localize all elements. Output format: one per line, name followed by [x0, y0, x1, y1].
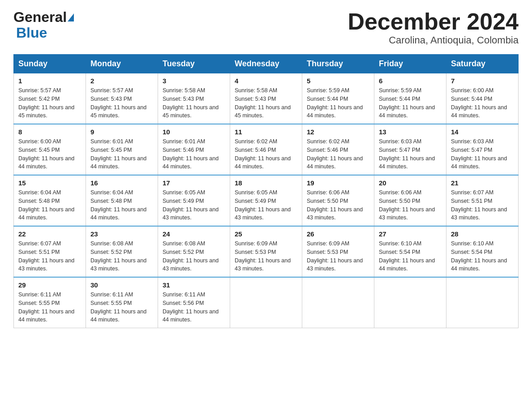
calendar-week-2: 8 Sunrise: 6:00 AMSunset: 5:45 PMDayligh… — [14, 124, 519, 175]
table-row: 18 Sunrise: 6:05 AMSunset: 5:49 PMDaylig… — [230, 175, 302, 226]
day-number: 24 — [163, 230, 225, 238]
calendar-table: Sunday Monday Tuesday Wednesday Thursday… — [13, 54, 519, 328]
day-number: 2 — [90, 77, 153, 85]
col-sunday: Sunday — [14, 55, 86, 73]
table-row: 4 Sunrise: 5:58 AMSunset: 5:43 PMDayligh… — [230, 73, 302, 124]
day-info: Sunrise: 6:09 AMSunset: 5:53 PMDaylight:… — [235, 240, 297, 273]
calendar-week-4: 22 Sunrise: 6:07 AMSunset: 5:51 PMDaylig… — [14, 226, 519, 277]
day-info: Sunrise: 6:03 AMSunset: 5:47 PMDaylight:… — [451, 137, 514, 171]
table-row: 26 Sunrise: 6:09 AMSunset: 5:53 PMDaylig… — [302, 226, 374, 277]
day-info: Sunrise: 6:10 AMSunset: 5:54 PMDaylight:… — [379, 240, 442, 273]
col-friday: Friday — [374, 55, 446, 73]
day-number: 11 — [235, 128, 297, 136]
day-info: Sunrise: 5:58 AMSunset: 5:43 PMDaylight:… — [235, 86, 297, 120]
table-row: 2 Sunrise: 5:57 AMSunset: 5:43 PMDayligh… — [86, 73, 158, 124]
logo: General Blue — [13, 9, 74, 41]
col-saturday: Saturday — [446, 55, 519, 73]
table-row: 11 Sunrise: 6:02 AMSunset: 5:46 PMDaylig… — [230, 124, 302, 175]
day-info: Sunrise: 5:59 AMSunset: 5:44 PMDaylight:… — [379, 86, 442, 120]
table-row: 27 Sunrise: 6:10 AMSunset: 5:54 PMDaylig… — [374, 226, 446, 277]
day-number: 26 — [307, 230, 369, 238]
day-info: Sunrise: 6:04 AMSunset: 5:48 PMDaylight:… — [90, 188, 153, 222]
day-number: 3 — [163, 77, 225, 85]
day-info: Sunrise: 6:11 AMSunset: 5:55 PMDaylight:… — [90, 291, 153, 324]
page-header: General Blue December 2024 Carolina, Ant… — [13, 9, 519, 46]
day-number: 12 — [307, 128, 369, 136]
col-wednesday: Wednesday — [230, 55, 302, 73]
day-info: Sunrise: 6:00 AMSunset: 5:44 PMDaylight:… — [451, 86, 514, 120]
table-row: 12 Sunrise: 6:02 AMSunset: 5:46 PMDaylig… — [302, 124, 374, 175]
table-row — [374, 277, 446, 328]
day-info: Sunrise: 5:59 AMSunset: 5:44 PMDaylight:… — [307, 86, 369, 120]
table-row: 6 Sunrise: 5:59 AMSunset: 5:44 PMDayligh… — [374, 73, 446, 124]
title-block: December 2024 Carolina, Antioquia, Colom… — [348, 9, 519, 46]
table-row: 29 Sunrise: 6:11 AMSunset: 5:55 PMDaylig… — [14, 277, 86, 328]
table-row: 20 Sunrise: 6:06 AMSunset: 5:50 PMDaylig… — [374, 175, 446, 226]
day-info: Sunrise: 5:57 AMSunset: 5:43 PMDaylight:… — [90, 86, 153, 120]
day-number: 5 — [307, 77, 369, 85]
day-info: Sunrise: 6:04 AMSunset: 5:48 PMDaylight:… — [18, 188, 81, 222]
table-row: 5 Sunrise: 5:59 AMSunset: 5:44 PMDayligh… — [302, 73, 374, 124]
day-number: 16 — [90, 179, 153, 187]
day-info: Sunrise: 6:08 AMSunset: 5:52 PMDaylight:… — [90, 240, 153, 273]
day-info: Sunrise: 6:07 AMSunset: 5:51 PMDaylight:… — [451, 188, 514, 222]
table-row: 21 Sunrise: 6:07 AMSunset: 5:51 PMDaylig… — [446, 175, 519, 226]
day-number: 29 — [18, 281, 81, 289]
day-number: 27 — [379, 230, 442, 238]
table-row: 14 Sunrise: 6:03 AMSunset: 5:47 PMDaylig… — [446, 124, 519, 175]
location-subtitle: Carolina, Antioquia, Colombia — [348, 34, 519, 46]
logo-general-text: General — [13, 9, 67, 26]
day-info: Sunrise: 6:07 AMSunset: 5:51 PMDaylight:… — [18, 240, 81, 273]
table-row: 24 Sunrise: 6:08 AMSunset: 5:52 PMDaylig… — [158, 226, 230, 277]
table-row: 22 Sunrise: 6:07 AMSunset: 5:51 PMDaylig… — [14, 226, 86, 277]
logo-blue-text: Blue — [16, 25, 47, 41]
table-row — [302, 277, 374, 328]
day-info: Sunrise: 5:58 AMSunset: 5:43 PMDaylight:… — [163, 86, 225, 120]
day-number: 18 — [235, 179, 297, 187]
day-number: 25 — [235, 230, 297, 238]
day-info: Sunrise: 5:57 AMSunset: 5:42 PMDaylight:… — [18, 86, 81, 120]
day-number: 17 — [163, 179, 225, 187]
day-info: Sunrise: 6:11 AMSunset: 5:55 PMDaylight:… — [18, 291, 81, 324]
table-row: 17 Sunrise: 6:05 AMSunset: 5:49 PMDaylig… — [158, 175, 230, 226]
day-number: 9 — [90, 128, 153, 136]
day-info: Sunrise: 6:03 AMSunset: 5:47 PMDaylight:… — [379, 137, 442, 171]
table-row: 31 Sunrise: 6:11 AMSunset: 5:56 PMDaylig… — [158, 277, 230, 328]
day-info: Sunrise: 6:08 AMSunset: 5:52 PMDaylight:… — [163, 240, 225, 273]
table-row: 30 Sunrise: 6:11 AMSunset: 5:55 PMDaylig… — [86, 277, 158, 328]
day-number: 10 — [163, 128, 225, 136]
day-number: 21 — [451, 179, 514, 187]
day-number: 6 — [379, 77, 442, 85]
day-info: Sunrise: 6:05 AMSunset: 5:49 PMDaylight:… — [163, 188, 225, 222]
table-row: 8 Sunrise: 6:00 AMSunset: 5:45 PMDayligh… — [14, 124, 86, 175]
day-info: Sunrise: 6:00 AMSunset: 5:45 PMDaylight:… — [18, 137, 81, 171]
day-number: 4 — [235, 77, 297, 85]
calendar-week-3: 15 Sunrise: 6:04 AMSunset: 5:48 PMDaylig… — [14, 175, 519, 226]
table-row: 19 Sunrise: 6:06 AMSunset: 5:50 PMDaylig… — [302, 175, 374, 226]
day-number: 28 — [451, 230, 514, 238]
col-tuesday: Tuesday — [158, 55, 230, 73]
col-thursday: Thursday — [302, 55, 374, 73]
logo-arrow-icon — [68, 13, 74, 21]
table-row: 13 Sunrise: 6:03 AMSunset: 5:47 PMDaylig… — [374, 124, 446, 175]
day-info: Sunrise: 6:01 AMSunset: 5:46 PMDaylight:… — [163, 137, 225, 171]
day-number: 8 — [18, 128, 81, 136]
calendar-week-5: 29 Sunrise: 6:11 AMSunset: 5:55 PMDaylig… — [14, 277, 519, 328]
day-info: Sunrise: 6:09 AMSunset: 5:53 PMDaylight:… — [307, 240, 369, 273]
day-number: 22 — [18, 230, 81, 238]
table-row: 25 Sunrise: 6:09 AMSunset: 5:53 PMDaylig… — [230, 226, 302, 277]
day-info: Sunrise: 6:05 AMSunset: 5:49 PMDaylight:… — [235, 188, 297, 222]
day-number: 30 — [90, 281, 153, 289]
table-row: 23 Sunrise: 6:08 AMSunset: 5:52 PMDaylig… — [86, 226, 158, 277]
month-title: December 2024 — [348, 9, 519, 34]
day-number: 13 — [379, 128, 442, 136]
day-info: Sunrise: 6:06 AMSunset: 5:50 PMDaylight:… — [379, 188, 442, 222]
table-row — [446, 277, 519, 328]
table-row — [230, 277, 302, 328]
table-row: 1 Sunrise: 5:57 AMSunset: 5:42 PMDayligh… — [14, 73, 86, 124]
day-number: 23 — [90, 230, 153, 238]
table-row: 15 Sunrise: 6:04 AMSunset: 5:48 PMDaylig… — [14, 175, 86, 226]
col-monday: Monday — [86, 55, 158, 73]
day-info: Sunrise: 6:06 AMSunset: 5:50 PMDaylight:… — [307, 188, 369, 222]
day-info: Sunrise: 6:11 AMSunset: 5:56 PMDaylight:… — [163, 291, 225, 324]
